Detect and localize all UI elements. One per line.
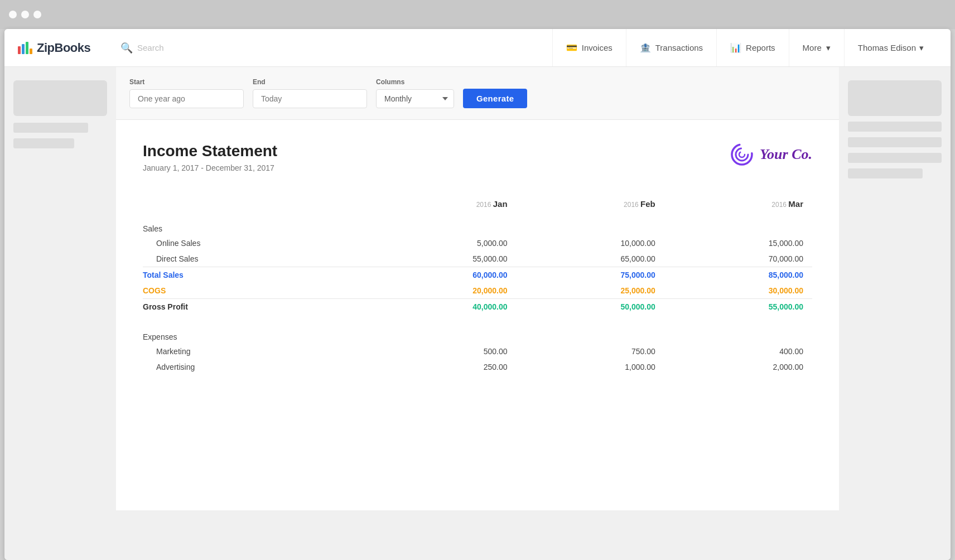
end-group: End xyxy=(253,78,367,108)
logo-bar-3 xyxy=(26,42,28,54)
logo-bar-4 xyxy=(30,49,32,54)
total-sales-feb: 75,000.00 xyxy=(517,267,664,283)
col-year-jan: 2016 xyxy=(476,201,493,209)
nav-label-more: More xyxy=(803,43,822,52)
nav-items: 💳 Invoices 🏦 Transactions 📊 Reports More… xyxy=(552,29,937,66)
nav-item-reports[interactable]: 📊 Reports xyxy=(716,29,789,66)
report-area: Income Statement January 1, 2017 - Decem… xyxy=(116,120,839,510)
end-input[interactable] xyxy=(253,89,367,108)
online-sales-jan: 5,000.00 xyxy=(368,235,516,251)
company-logo: Your Co. xyxy=(730,142,812,167)
filter-bar: Start End Columns Monthly Quarterly Annu… xyxy=(116,67,839,120)
sales-label: Sales xyxy=(143,215,368,235)
svg-point-1 xyxy=(736,148,748,161)
online-sales-label: Online Sales xyxy=(143,235,368,251)
columns-select[interactable]: Monthly Quarterly Annually xyxy=(376,89,454,108)
advertising-label: Advertising xyxy=(143,359,368,375)
logo-area[interactable]: ZipBooks xyxy=(18,41,107,55)
col-header-label xyxy=(143,199,368,215)
report-title: Income Statement xyxy=(143,142,277,160)
row-online-sales: Online Sales 5,000.00 10,000.00 15,000.0… xyxy=(143,235,812,251)
total-sales-jan: 60,000.00 xyxy=(368,267,516,283)
marketing-mar: 400.00 xyxy=(664,344,812,359)
traffic-light-red[interactable] xyxy=(9,11,17,18)
col-header-mar: 2016 Mar xyxy=(664,199,812,215)
cogs-mar: 30,000.00 xyxy=(664,283,812,299)
report-table: 2016 Jan 2016 Feb 2016 Mar xyxy=(143,199,812,375)
search-label: Search xyxy=(137,43,164,52)
cogs-feb: 25,000.00 xyxy=(517,283,664,299)
chevron-down-icon: ▾ xyxy=(826,43,831,53)
logo-icon xyxy=(18,42,32,54)
advertising-mar: 2,000.00 xyxy=(664,359,812,375)
online-sales-mar: 15,000.00 xyxy=(664,235,812,251)
gross-profit-label: Gross Profit xyxy=(143,299,368,315)
user-chevron-icon: ▾ xyxy=(919,43,924,53)
advertising-jan: 250.00 xyxy=(368,359,516,375)
end-label: End xyxy=(253,78,367,86)
start-input[interactable] xyxy=(129,89,244,108)
columns-label: Columns xyxy=(376,78,454,86)
col-year-feb: 2016 xyxy=(624,201,640,209)
marketing-feb: 750.00 xyxy=(517,344,664,359)
generate-button[interactable]: Generate xyxy=(463,89,527,108)
right-bar-3 xyxy=(848,153,942,163)
right-bar-2 xyxy=(848,137,942,147)
report-date-range: January 1, 2017 - December 31, 2017 xyxy=(143,163,277,172)
logo-text: ZipBooks xyxy=(37,41,90,55)
section-header-expenses: Expenses xyxy=(143,324,812,344)
nav-item-invoices[interactable]: 💳 Invoices xyxy=(552,29,626,66)
spacer-row xyxy=(143,315,812,324)
reports-icon: 📊 xyxy=(730,42,741,53)
gross-profit-jan: 40,000.00 xyxy=(368,299,516,315)
traffic-light-yellow[interactable] xyxy=(21,11,29,18)
nav-item-more[interactable]: More ▾ xyxy=(789,29,844,66)
cogs-label: COGS xyxy=(143,283,368,299)
title-bar xyxy=(0,0,955,29)
col-header-jan: 2016 Jan xyxy=(368,199,516,215)
columns-group: Columns Monthly Quarterly Annually xyxy=(376,78,454,108)
report-title-area: Income Statement January 1, 2017 - Decem… xyxy=(143,142,277,172)
total-sales-mar: 85,000.00 xyxy=(664,267,812,283)
logo-bar-2 xyxy=(22,44,25,54)
right-sidebar xyxy=(839,67,951,560)
row-gross-profit: Gross Profit 40,000.00 50,000.00 55,000.… xyxy=(143,299,812,315)
gross-profit-mar: 55,000.00 xyxy=(664,299,812,315)
nav-label-invoices: Invoices xyxy=(582,43,612,52)
col-month-feb: Feb xyxy=(640,199,655,209)
right-bar-4 xyxy=(848,168,923,178)
sidebar-bar-1 xyxy=(13,123,88,133)
logo-bar-1 xyxy=(18,46,21,54)
gross-profit-feb: 50,000.00 xyxy=(517,299,664,315)
col-month-jan: Jan xyxy=(493,199,508,209)
col-header-feb: 2016 Feb xyxy=(517,199,664,215)
sidebar-card xyxy=(13,80,107,116)
spiral-icon xyxy=(730,142,754,167)
direct-sales-mar: 70,000.00 xyxy=(664,251,812,267)
nav-item-transactions[interactable]: 🏦 Transactions xyxy=(626,29,716,66)
browser-window: ZipBooks 🔍 Search 💳 Invoices 🏦 Transacti… xyxy=(4,29,951,560)
sidebar-bar-2 xyxy=(13,138,74,148)
row-direct-sales: Direct Sales 55,000.00 65,000.00 70,000.… xyxy=(143,251,812,267)
report-header: Income Statement January 1, 2017 - Decem… xyxy=(143,142,812,172)
section-header-sales: Sales xyxy=(143,215,812,235)
traffic-light-green[interactable] xyxy=(33,11,41,18)
row-marketing: Marketing 500.00 750.00 400.00 xyxy=(143,344,812,359)
nav-label-reports: Reports xyxy=(746,43,775,52)
online-sales-feb: 10,000.00 xyxy=(517,235,664,251)
user-name: Thomas Edison xyxy=(858,43,916,52)
main-content: Start End Columns Monthly Quarterly Annu… xyxy=(4,67,951,560)
start-group: Start xyxy=(129,78,244,108)
user-menu[interactable]: Thomas Edison ▾ xyxy=(844,29,937,66)
marketing-jan: 500.00 xyxy=(368,344,516,359)
row-advertising: Advertising 250.00 1,000.00 2,000.00 xyxy=(143,359,812,375)
transactions-icon: 🏦 xyxy=(640,42,651,53)
search-area[interactable]: 🔍 Search xyxy=(120,42,552,54)
svg-point-2 xyxy=(739,152,745,157)
marketing-label: Marketing xyxy=(143,344,368,359)
svg-point-0 xyxy=(732,144,752,165)
advertising-feb: 1,000.00 xyxy=(517,359,664,375)
direct-sales-feb: 65,000.00 xyxy=(517,251,664,267)
direct-sales-jan: 55,000.00 xyxy=(368,251,516,267)
row-total-sales: Total Sales 60,000.00 75,000.00 85,000.0… xyxy=(143,267,812,283)
